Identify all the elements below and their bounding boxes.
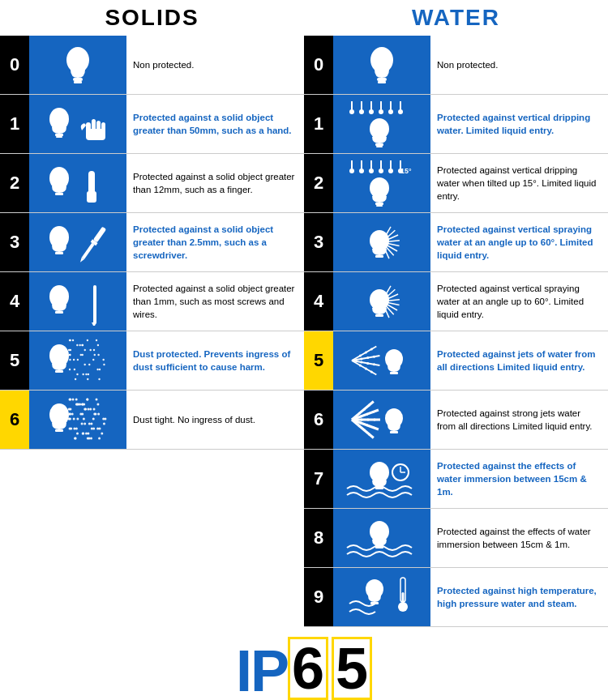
svg-rect-22 (55, 311, 63, 314)
svg-point-33 (87, 378, 88, 380)
water-row-number-8: 8 (304, 509, 333, 567)
water-row-number-4: 4 (304, 272, 333, 331)
water-row-desc-7: Protected against the effects of water i… (430, 450, 608, 508)
svg-rect-149 (376, 146, 383, 147)
svg-point-196 (366, 362, 369, 365)
solid-row-6: 6 Dust tight. No ingress of dust. (0, 391, 304, 450)
water-row-desc-3: Protected against vertical spraying wate… (430, 213, 608, 271)
svg-point-115 (81, 423, 83, 425)
svg-point-125 (88, 438, 91, 440)
svg-point-42 (84, 349, 86, 351)
svg-point-229 (370, 462, 389, 483)
water-row-6: 6 Protected against strong jets water fr… (304, 391, 608, 450)
water-row-desc-5: Protected against jets of water from all… (430, 331, 608, 390)
svg-point-46 (76, 373, 78, 375)
water-row-icon-4 (333, 272, 430, 331)
solid-row-icon-3 (29, 213, 126, 271)
svg-point-65 (97, 354, 99, 356)
svg-point-118 (74, 438, 76, 440)
water-row-icon-1 (333, 95, 430, 153)
svg-rect-234 (402, 592, 405, 604)
solid-row-icon-2 (29, 154, 126, 212)
svg-point-121 (94, 413, 96, 416)
svg-point-126 (83, 403, 85, 406)
svg-point-116 (70, 428, 72, 430)
svg-point-44 (88, 364, 90, 365)
water-row-desc-9: Protected against high temperature, high… (430, 568, 608, 626)
svg-rect-68 (55, 429, 63, 432)
svg-point-59 (103, 364, 105, 365)
svg-point-53 (96, 369, 98, 370)
water-row-number-0: 0 (304, 36, 333, 94)
water-row-number-7: 7 (304, 450, 333, 508)
svg-rect-225 (390, 431, 398, 433)
svg-point-94 (92, 418, 95, 420)
water-row-icon-7 (333, 450, 430, 508)
svg-point-184 (370, 289, 389, 310)
water-row-desc-4: Protected against vertical spraying wate… (430, 272, 608, 331)
svg-point-214 (367, 419, 370, 421)
water-row-desc-1: Protected against vertical dripping wate… (430, 95, 608, 153)
svg-point-38 (69, 369, 71, 370)
svg-point-159 (388, 169, 393, 173)
svg-point-191 (360, 357, 362, 360)
svg-point-221 (358, 425, 361, 427)
svg-point-217 (360, 422, 362, 425)
solids-column: 0 Non protected.1 Protected against a so… (0, 36, 304, 627)
svg-point-49 (81, 344, 83, 346)
svg-point-54 (85, 373, 87, 375)
solid-row-desc-3: Protected against a solid object greater… (126, 213, 304, 271)
water-row-number-5: 5 (304, 331, 333, 390)
svg-rect-134 (378, 81, 386, 83)
svg-rect-16 (55, 252, 63, 254)
svg-point-47 (98, 378, 100, 380)
svg-point-174 (370, 230, 389, 251)
svg-rect-2 (74, 81, 82, 83)
svg-point-219 (372, 426, 375, 429)
water-header: WATER (412, 0, 500, 36)
svg-point-104 (69, 399, 71, 401)
svg-point-100 (76, 418, 79, 420)
svg-point-56 (89, 349, 91, 351)
svg-point-82 (96, 399, 98, 401)
svg-point-127 (87, 408, 89, 411)
svg-point-119 (75, 399, 78, 401)
water-row-desc-0: Non protected. (430, 36, 608, 94)
columns-area: 0 Non protected.1 Protected against a so… (0, 36, 608, 627)
svg-rect-12 (55, 193, 63, 195)
svg-point-72 (73, 418, 75, 420)
svg-point-88 (76, 433, 79, 435)
svg-point-218 (366, 424, 368, 426)
svg-point-222 (363, 429, 366, 431)
svg-point-21 (49, 285, 69, 308)
water-row-icon-9 (333, 568, 430, 626)
svg-point-96 (85, 433, 88, 435)
svg-point-66 (69, 359, 71, 361)
solid-row-number-4: 4 (0, 272, 29, 331)
ip-num-6-box: 6 (288, 637, 328, 700)
svg-rect-1 (73, 78, 83, 81)
main-container: SOLIDS WATER 0 Non protected.1 (0, 0, 608, 700)
bottom-section: IP 6 5 EXAMPLE RATING THIS CERTIFIES THA… (0, 627, 608, 700)
svg-point-157 (379, 169, 383, 173)
svg-point-58 (77, 359, 79, 361)
solid-row-number-6: 6 (0, 391, 29, 449)
svg-point-40 (96, 339, 97, 341)
svg-point-140 (369, 109, 374, 114)
svg-point-45 (74, 369, 75, 370)
svg-point-62 (70, 339, 71, 341)
svg-rect-185 (375, 314, 383, 317)
water-row-icon-8 (333, 509, 430, 567)
ip-num-5-box: 5 (332, 637, 372, 700)
svg-point-99 (79, 413, 82, 416)
svg-point-195 (360, 361, 362, 364)
ip-label: IP (236, 642, 288, 700)
water-row-icon-6 (333, 391, 430, 449)
svg-rect-203 (390, 372, 398, 374)
svg-point-132 (370, 47, 393, 73)
svg-point-136 (349, 109, 354, 114)
solid-row-3: 3 Protected against a solid object great… (0, 213, 304, 272)
svg-point-48 (72, 339, 74, 341)
svg-rect-17 (93, 227, 106, 243)
water-row-icon-3 (333, 213, 430, 271)
